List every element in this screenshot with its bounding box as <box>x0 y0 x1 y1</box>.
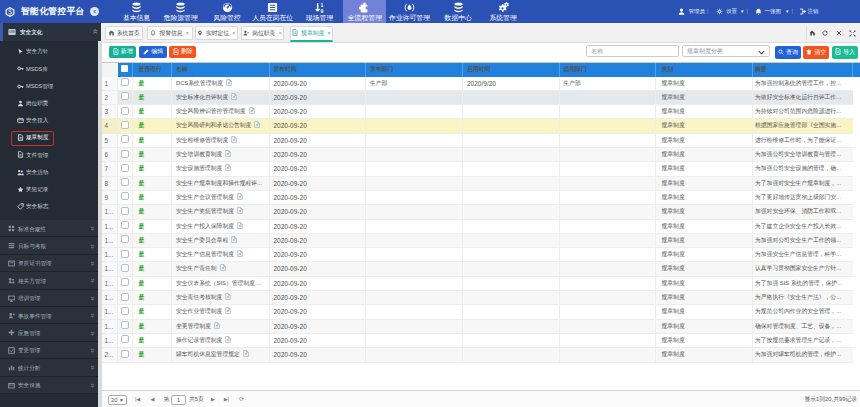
svg-text:9: 9 <box>320 7 323 12</box>
